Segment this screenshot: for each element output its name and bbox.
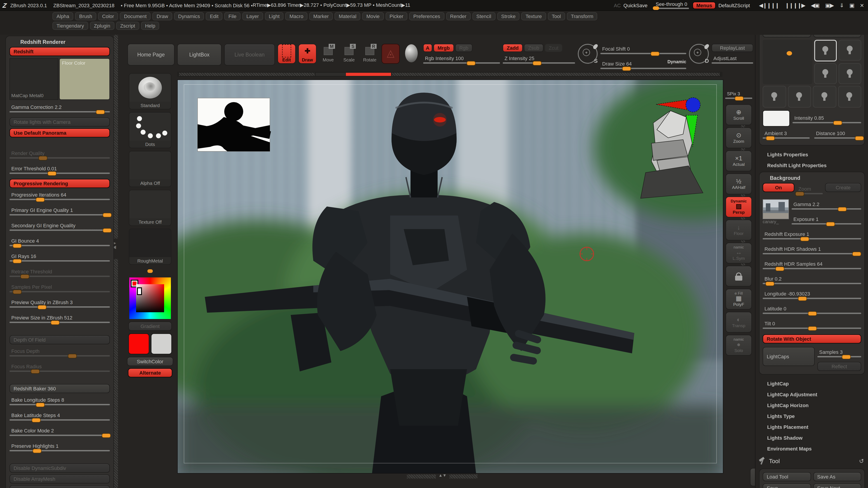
slider-progressive-iterations-64[interactable]: Progressive Iterations 64 [9, 190, 110, 203]
polyf-button[interactable]: e Fill▦PolyF [725, 289, 752, 310]
default-zscript-button[interactable]: DefaultZScript [716, 2, 752, 8]
actual-button[interactable]: ×1Actual [725, 151, 752, 171]
slider-latitude-0[interactable]: Latitude 0 [763, 304, 861, 317]
slider-handle[interactable] [51, 320, 60, 325]
menu-stroke[interactable]: Stroke [497, 12, 520, 20]
slider-preview-quality-in-zbrush-3[interactable]: Preview Quality in ZBrush 3 [9, 297, 110, 311]
right-tray-toggle-icon[interactable]: ❙❙❙❙▶ [785, 2, 805, 8]
matcap-swatch[interactable]: MatCap Metal0 [9, 58, 58, 100]
next-window-icon[interactable]: ▣▶ [825, 2, 834, 8]
menu-document[interactable]: Document [120, 12, 151, 20]
slider-handle[interactable] [826, 222, 835, 226]
draw-button[interactable]: ✚ Draw [298, 44, 316, 64]
current-stroke-button[interactable]: Dots [129, 112, 171, 148]
slider-handle[interactable] [21, 274, 30, 279]
move-button[interactable]: Move [319, 44, 337, 64]
menu-edit[interactable]: Edit [206, 12, 223, 20]
reset-icon[interactable]: ↺ [859, 457, 864, 464]
disable-nanomesh-button[interactable]: Disable NanoMesh [9, 485, 110, 488]
menu-tool[interactable]: Tool [548, 12, 565, 20]
quicksave-button[interactable]: QuickSave [621, 2, 650, 8]
load-tool-button[interactable]: Load Tool [763, 472, 811, 481]
replay-last-button[interactable]: ReplayLast [712, 44, 753, 52]
alternate-button[interactable]: Alternate [128, 368, 172, 377]
redshift-baker-360-button[interactable]: Redshift Baker 360 [9, 384, 110, 393]
slider-handle[interactable] [12, 259, 22, 263]
redshift-button[interactable]: Redshift [9, 47, 110, 56]
slider-secondary-gi-engine-quality[interactable]: Secondary GI Engine Quality [9, 221, 110, 234]
current-alpha-button[interactable]: Alpha Off [129, 151, 171, 187]
slider-redshift-hdr-samples-64[interactable]: Redshift HDR Samples 64 [763, 259, 861, 272]
slider-longitude-80-93023[interactable]: Longitude -80.93023 [763, 289, 861, 302]
slider-redshift-hdr-shadows-1[interactable]: Redshift HDR Shadows 1 [763, 244, 861, 258]
slider-handle[interactable] [838, 207, 847, 212]
main-color-swatch[interactable] [128, 333, 149, 354]
slider-bake-longitude-steps-8[interactable]: Bake Longitude Steps 8 [9, 395, 110, 409]
slider-handle[interactable] [39, 156, 48, 160]
current-texture-button[interactable]: Texture Off [129, 190, 171, 226]
slider-handle[interactable] [96, 110, 105, 114]
lock-icon-button[interactable] [725, 266, 752, 287]
rotate-button[interactable]: Rotate [361, 44, 379, 64]
intensity-slider[interactable]: Intensity 0.85 [793, 113, 861, 127]
slider-handle[interactable] [37, 305, 46, 310]
section-environment-maps[interactable]: Environment Maps [755, 443, 868, 454]
light-slot-button[interactable] [813, 86, 836, 107]
adjust-last-slider[interactable]: AdjustLast [712, 53, 753, 67]
slider-handle[interactable] [808, 326, 817, 331]
slider-blur-0-2[interactable]: Blur 0.2 [763, 274, 861, 287]
sv-selector[interactable] [137, 287, 142, 295]
floor-color-swatch[interactable]: Floor Color [59, 58, 110, 100]
section-lights-placement[interactable]: Lights Placement [755, 422, 868, 432]
menu-layer[interactable]: Layer [242, 12, 263, 20]
menu-macro[interactable]: Macro [285, 12, 307, 20]
slider-retrace-threshold[interactable]: Retrace Threshold [9, 267, 110, 280]
current-material-button[interactable]: RoughMetal [129, 229, 171, 265]
light-slot-button[interactable] [814, 63, 837, 84]
light-slot-button[interactable] [814, 40, 837, 61]
menu-render[interactable]: Render [446, 12, 470, 20]
current-brush-button[interactable]: Standard [129, 73, 171, 109]
persp-button[interactable]: Dynamic▨Persp [725, 197, 752, 217]
save-button[interactable]: Save [763, 484, 811, 488]
section-lightcap-horizon[interactable]: LightCap Horizon [755, 400, 868, 411]
slider-preview-size-in-zbrush-512[interactable]: Preview Size in ZBrush 512 [9, 313, 110, 326]
slider-render-quality[interactable]: Render Quality [9, 148, 110, 162]
dynamic-mode-label[interactable]: Dynamic [668, 59, 686, 64]
slider-error-threshold-0-01[interactable]: Error Threshold 0.01 [9, 164, 110, 177]
slider-gamma-correction-2-2[interactable]: Gamma Correction 2.2 [9, 102, 110, 116]
menu-zscript[interactable]: Zscript [116, 22, 139, 30]
rotate-with-object-button[interactable]: Rotate With Object [763, 334, 861, 344]
light-slot-button[interactable] [763, 86, 786, 107]
save-as-button[interactable]: Save As [813, 472, 861, 481]
scroll-button[interactable]: ⊕Scroll [725, 104, 752, 125]
focal-shift-slider[interactable]: Focal Shift 0 [600, 44, 686, 57]
light-position-dot[interactable] [786, 51, 792, 56]
slider-handle[interactable] [852, 252, 861, 256]
sculptris-pro-button[interactable]: ◬ [381, 44, 400, 64]
disable-dynamicsubdiv-button[interactable]: Disable DynamicSubdiv [9, 464, 110, 473]
slider-handle[interactable] [35, 402, 44, 407]
slider-handle[interactable] [31, 418, 40, 422]
menu-color[interactable]: Color [98, 12, 118, 20]
menu-brush[interactable]: Brush [75, 12, 96, 20]
light-slot-button[interactable] [839, 63, 861, 84]
menu-preferences[interactable]: Preferences [409, 12, 444, 20]
l-sym-button[interactable]: namic↔L.Sym [725, 242, 752, 263]
slider-handle[interactable] [33, 449, 41, 453]
left-tray-toggle-icon[interactable]: ◀❙❙❙❙ [759, 2, 779, 8]
slider-bake-color-mode-2[interactable]: Bake Color Mode 2 [9, 426, 110, 439]
progressive-rendering-button[interactable]: Progressive Rendering [9, 179, 110, 188]
menus-button[interactable]: Menus [692, 2, 716, 9]
slider-focus-radius[interactable]: Focus Radius [9, 361, 110, 375]
menu-file[interactable]: File [224, 12, 241, 20]
background-title[interactable]: Background [763, 175, 861, 183]
viewport-canvas[interactable] [177, 79, 723, 474]
stroke-curve-button[interactable]: + S [578, 44, 598, 64]
light-slot-button[interactable] [838, 86, 861, 107]
ambient-slider[interactable]: Ambient 3 [763, 128, 810, 142]
replay-dial-button[interactable]: + D [689, 44, 709, 64]
see-through-slider[interactable]: See-through 0 [654, 1, 689, 9]
slider-focus-depth[interactable]: Focus Depth [9, 346, 110, 360]
prev-window-icon[interactable]: ◀▣ [811, 2, 819, 8]
